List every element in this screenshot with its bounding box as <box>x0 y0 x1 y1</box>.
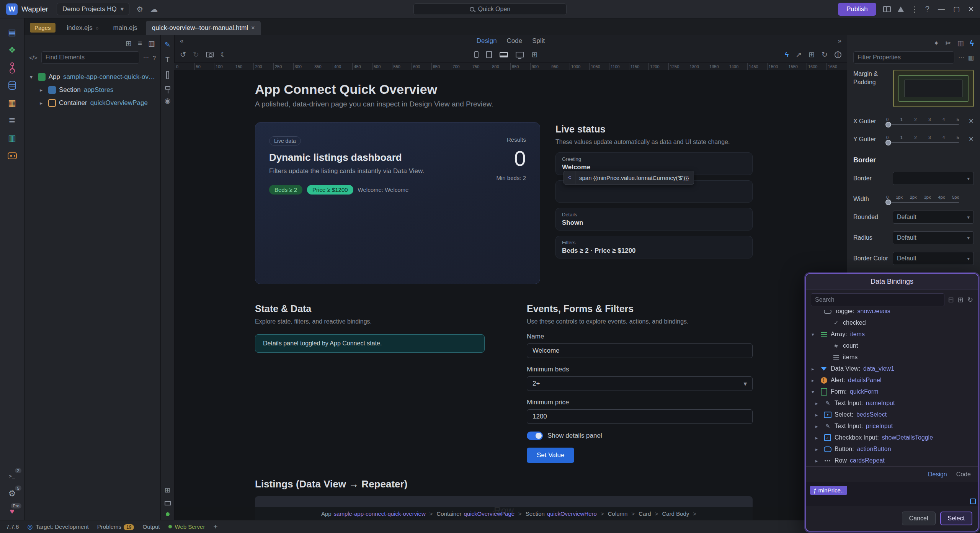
edit-pencil-icon[interactable]: ✎ <box>165 41 170 49</box>
tree-row[interactable]: ▸ Section appStores <box>24 83 160 96</box>
more-icon[interactable]: ⋯ <box>958 54 964 61</box>
expand-editor-icon[interactable] <box>970 499 976 504</box>
info-icon[interactable]: i <box>835 51 841 58</box>
tree-chevron-icon[interactable]: ▸ <box>40 87 45 93</box>
docker-icon[interactable] <box>4 147 21 165</box>
breadcrumb-item[interactable]: Column> <box>608 510 639 517</box>
binding-tree-item[interactable]: items <box>808 352 975 363</box>
screenshot-camera-icon[interactable] <box>206 52 214 57</box>
settings-gear-icon[interactable]: ⚙ <box>136 5 143 14</box>
border-dropdown[interactable]: ▾ <box>893 172 974 185</box>
binding-tree-item[interactable]: ▸ Button: actionButton <box>808 443 975 455</box>
wand-icon[interactable]: ✦ <box>933 39 939 47</box>
slider-thumb[interactable] <box>885 140 891 146</box>
border-color-dropdown[interactable]: Default ▾ <box>893 252 974 265</box>
y-gutter-slider[interactable] <box>886 142 959 143</box>
ruler-tool-icon[interactable] <box>166 71 169 79</box>
tree-chevron-icon[interactable]: ▸ <box>812 366 817 372</box>
maximize-button[interactable]: ▢ <box>953 5 960 13</box>
screens-icon[interactable] <box>165 501 171 505</box>
editor-tab[interactable]: index.ejs ○ <box>61 21 105 35</box>
grid-view-icon[interactable]: ⊞ <box>126 39 132 48</box>
add-panel-icon[interactable]: + <box>213 523 217 531</box>
manage-devices-icon[interactable]: ⊞ <box>532 50 538 59</box>
pages-badge[interactable]: Pages <box>30 23 56 33</box>
select-parent-icon[interactable]: < <box>564 171 575 184</box>
bindings-search-input[interactable] <box>811 293 944 306</box>
box-model-content[interactable] <box>905 80 962 97</box>
rounded-dropdown[interactable]: Default ▾ <box>893 211 974 224</box>
eye-icon[interactable]: ◉ <box>165 96 171 105</box>
terminal-icon[interactable]: >_ 2 <box>4 467 21 485</box>
breadcrumb-item[interactable]: ContainerquickOverviewPage> <box>436 510 525 517</box>
web-server-button[interactable]: Web Server <box>168 523 205 530</box>
select-button[interactable]: Select <box>940 512 972 525</box>
scissors-icon[interactable]: ✂ <box>945 39 951 47</box>
list-view-icon[interactable]: ≡ <box>138 39 142 47</box>
slider-thumb[interactable] <box>885 199 891 205</box>
breadcrumb-item[interactable]: Card Body> <box>662 510 700 517</box>
publish-button[interactable]: Publish <box>838 3 876 16</box>
tablet-device-icon[interactable] <box>486 51 492 58</box>
tree-row[interactable]: ▸ Container quickOverviewPage <box>24 96 160 110</box>
binding-tree-item[interactable]: ✓ checked <box>808 317 975 329</box>
x-gutter-slider[interactable] <box>886 124 959 125</box>
minimize-button[interactable]: — <box>938 5 945 13</box>
grid-toggle-icon[interactable]: ⊞ <box>165 486 170 494</box>
box-model-widget[interactable] <box>893 70 974 107</box>
education-icon[interactable]: ♥ Pro <box>4 502 21 520</box>
server-icon[interactable]: ≣ <box>4 112 21 129</box>
box-model-padding[interactable] <box>898 75 969 102</box>
quick-open-button[interactable]: Quick Open <box>413 3 567 15</box>
bolt-icon[interactable]: ϟ <box>785 51 789 59</box>
binding-tree-item[interactable]: ▸ Checkbox Input: showDetailsToggle <box>808 432 975 443</box>
paint-roller-icon[interactable] <box>165 86 170 90</box>
design-canvas[interactable]: App Connect Quick Overview A polished, d… <box>175 70 847 520</box>
dark-mode-moon-icon[interactable]: ☾ <box>220 50 227 59</box>
collapse-left-icon[interactable]: « <box>180 37 183 45</box>
open-browser-icon[interactable]: ↗ <box>795 50 802 59</box>
project-selector[interactable]: Demo Projects HQ ▾ <box>57 3 129 15</box>
expression-editor[interactable]: ƒ minPrice.. <box>806 482 978 506</box>
desktop-device-icon[interactable] <box>516 52 524 57</box>
clear-y-gutter-icon[interactable]: ✕ <box>969 135 974 143</box>
mobile-device-icon[interactable] <box>474 51 479 58</box>
problems-button[interactable]: Problems19 <box>97 523 134 530</box>
tree-chevron-icon[interactable]: ▸ <box>815 458 821 464</box>
binding-tree-item[interactable]: # count <box>808 340 975 352</box>
pages-icon[interactable]: ▤ <box>4 24 21 41</box>
layout-columns-icon[interactable]: ▥ <box>957 39 964 47</box>
binding-tree-item[interactable]: ▸ ••• Row cardsRepeat <box>808 455 975 466</box>
undo-icon[interactable]: ↺ <box>180 50 186 59</box>
price-input[interactable] <box>527 409 753 424</box>
view-mode-tab[interactable]: Design <box>477 37 497 45</box>
editor-tab[interactable]: quick-overview--tour-manual.html × <box>146 21 261 35</box>
server-connect-icon[interactable]: ❖ <box>4 41 21 59</box>
tree-chevron-icon[interactable]: ▸ <box>812 378 817 383</box>
grid-icon[interactable]: ⊞ <box>808 50 815 59</box>
board-view-icon[interactable]: ▥ <box>148 39 155 48</box>
details-toggle-switch[interactable] <box>527 432 543 440</box>
tree-chevron-icon[interactable]: ▾ <box>812 332 817 337</box>
more-icon[interactable]: ⋯ <box>143 54 149 61</box>
beds-select[interactable]: 2+ ▾ <box>527 376 753 391</box>
breadcrumb-item[interactable]: Card> <box>639 510 662 517</box>
collapse-all-icon[interactable]: ⊟ <box>948 296 954 304</box>
bindings-mode-tab[interactable]: Design <box>928 471 947 478</box>
name-input[interactable] <box>527 343 753 358</box>
slider-thumb[interactable] <box>885 122 891 128</box>
collapse-right-icon[interactable]: » <box>838 37 841 45</box>
view-mode-tab[interactable]: Code <box>507 37 523 45</box>
tree-chevron-icon[interactable]: ▸ <box>815 435 821 441</box>
laptop-device-icon[interactable] <box>500 52 508 57</box>
tree-row[interactable]: ▾ App sample-app-connect-quick-overview <box>24 70 160 83</box>
binding-tree-item[interactable]: ▸ Alert: detailsPanel <box>808 374 975 386</box>
editor-tab[interactable]: main.ejs <box>107 21 144 35</box>
breadcrumb-item[interactable]: Appsample-app-connect-quick-overview> <box>321 510 437 517</box>
breadcrumb-item[interactable]: SectionquickOverviewHero> <box>526 510 608 517</box>
collections-icon[interactable]: ▥ <box>4 129 21 147</box>
tree-chevron-icon[interactable]: ▸ <box>815 401 821 406</box>
dock-panel-icon[interactable]: ▥ <box>968 54 974 61</box>
radius-dropdown[interactable]: Default ▾ <box>893 231 974 244</box>
more-options-icon[interactable]: ⋮ <box>911 5 918 14</box>
